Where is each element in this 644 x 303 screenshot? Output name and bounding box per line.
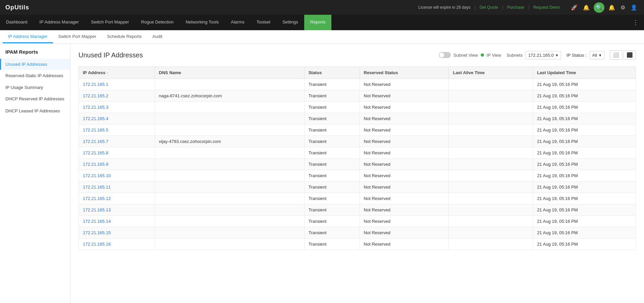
content-header: Unused IP Addresses Subnet View IP View … (78, 50, 636, 60)
cell-last-updated-time: 21 Aug 19, 05:16 PM (533, 204, 636, 216)
rocket-icon[interactable]: 🚀 (570, 3, 579, 12)
table-row[interactable]: 172.21.165.14 Transient Not Reserved 21 … (79, 216, 636, 227)
sidebar-item-dhcp-reserved[interactable]: DHCP Reserved IP Addresses (0, 93, 70, 105)
get-quote-link[interactable]: Get Quote (480, 5, 498, 10)
excel-export-button[interactable]: ⬛ (624, 50, 636, 60)
export-buttons: ⬜ ⬛ (610, 50, 636, 60)
bell-alert-icon[interactable]: 🔔 (582, 3, 591, 12)
cell-ip-address[interactable]: 172.21.165.3 (79, 102, 155, 113)
cell-ip-address[interactable]: 172.21.165.9 (79, 159, 155, 170)
table-row[interactable]: 172.21.165.5 Transient Not Reserved 21 A… (79, 124, 636, 136)
user-icon[interactable]: 👤 (629, 3, 639, 12)
ip-status-group: IP Status : All ▾ (567, 51, 604, 59)
nav-item-toolset[interactable]: Toolset (251, 15, 276, 30)
cell-status: Transient (304, 227, 360, 239)
sidebar-item-reserved-static[interactable]: Reserved-Static IP Addresses (0, 70, 70, 82)
cell-ip-address[interactable]: 172.21.165.12 (79, 193, 155, 204)
col-header-ip-address[interactable]: IP Address (79, 67, 155, 79)
cell-last-alive-time (449, 124, 533, 136)
table-row[interactable]: 172.21.165.8 Transient Not Reserved 21 A… (79, 147, 636, 159)
main-layout: IPAM Reports Unused IP Addresses Reserve… (0, 44, 644, 303)
table-row[interactable]: 172.21.165.10 Transient Not Reserved 21 … (79, 170, 636, 182)
request-demo-link[interactable]: Request Demo (533, 5, 560, 10)
cell-last-alive-time (449, 182, 533, 193)
cell-status: Transient (304, 170, 360, 182)
subnet-value: 172.21.165.0 (528, 53, 554, 58)
cell-last-alive-time (449, 136, 533, 147)
nav-item-reports[interactable]: Reports (304, 15, 332, 30)
notification-icon[interactable]: 🔔 (607, 3, 616, 12)
cell-ip-address[interactable]: 172.21.165.2 (79, 90, 155, 102)
ip-status-label: IP Status : (567, 53, 587, 58)
table-body: 172.21.165.1 Transient Not Reserved 21 A… (79, 79, 636, 250)
cell-ip-address[interactable]: 172.21.165.5 (79, 124, 155, 136)
subnets-group: Subnets 172.21.165.0 ▾ (506, 51, 561, 59)
cell-ip-address[interactable]: 172.21.165.4 (79, 113, 155, 124)
cell-reserved-status: Not Reserved (360, 182, 449, 193)
cell-last-updated-time: 21 Aug 19, 05:16 PM (533, 182, 636, 193)
cell-last-alive-time (449, 216, 533, 227)
sidebar-item-unused-ip[interactable]: Unused IP Addresses (0, 59, 70, 70)
table-row[interactable]: 172.21.165.7 vijay-4793.csez.zohocorpin.… (79, 136, 636, 147)
cell-last-alive-time (449, 159, 533, 170)
sidebar-item-dhcp-leased[interactable]: DHCP Leased IP Addresses (0, 105, 70, 117)
gear-icon[interactable]: ⚙ (619, 3, 627, 12)
sub-nav-switch-port-mapper[interactable]: Switch Port Mapper (53, 30, 102, 43)
nav-item-settings[interactable]: Settings (276, 15, 304, 30)
table-row[interactable]: 172.21.165.1 Transient Not Reserved 21 A… (79, 79, 636, 90)
col-header-last-updated-time: Last Updated Time (533, 67, 636, 79)
table-row[interactable]: 172.21.165.13 Transient Not Reserved 21 … (79, 204, 636, 216)
sub-nav-audit[interactable]: Audit (147, 30, 168, 43)
table-row[interactable]: 172.21.165.3 Transient Not Reserved 21 A… (79, 102, 636, 113)
subnet-dropdown[interactable]: 172.21.165.0 ▾ (525, 51, 561, 59)
nav-more-icon[interactable]: ⋮ (627, 15, 644, 30)
search-icon[interactable]: 🔍 (594, 2, 604, 13)
table-row[interactable]: 172.21.165.2 naga-8741.csez.zohocorpin.c… (79, 90, 636, 102)
nav-item-switch-port-mapper[interactable]: Switch Port Mapper (85, 15, 135, 30)
cell-ip-address[interactable]: 172.21.165.7 (79, 136, 155, 147)
cell-ip-address[interactable]: 172.21.165.15 (79, 227, 155, 239)
cell-dns-name (155, 227, 304, 239)
nav-item-dashboard[interactable]: Dashboard (0, 15, 34, 30)
cell-reserved-status: Not Reserved (360, 204, 449, 216)
sidebar: IPAM Reports Unused IP Addresses Reserve… (0, 44, 70, 303)
table-row[interactable]: 172.21.165.16 Transient Not Reserved 21 … (79, 239, 636, 250)
subnet-view-toggle[interactable] (439, 52, 451, 58)
nav-item-networking-tools[interactable]: Networking Tools (179, 15, 225, 30)
col-header-status: Status (304, 67, 360, 79)
nav-item-rogue-detection[interactable]: Rogue Detection (135, 15, 180, 30)
cell-status: Transient (304, 124, 360, 136)
table-row[interactable]: 172.21.165.11 Transient Not Reserved 21 … (79, 182, 636, 193)
sidebar-item-ip-usage-summary[interactable]: IP Usage Summary (0, 82, 70, 93)
cell-ip-address[interactable]: 172.21.165.11 (79, 182, 155, 193)
nav-item-alarms[interactable]: Alarms (225, 15, 250, 30)
table-row[interactable]: 172.21.165.12 Transient Not Reserved 21 … (79, 193, 636, 204)
cell-ip-address[interactable]: 172.21.165.1 (79, 79, 155, 90)
ip-status-dropdown[interactable]: All ▾ (589, 51, 604, 59)
cell-status: Transient (304, 136, 360, 147)
cell-dns-name (155, 159, 304, 170)
cell-ip-address[interactable]: 172.21.165.10 (79, 170, 155, 182)
cell-last-updated-time: 21 Aug 19, 05:16 PM (533, 170, 636, 182)
cell-last-updated-time: 21 Aug 19, 05:16 PM (533, 227, 636, 239)
table-row[interactable]: 172.21.165.4 Transient Not Reserved 21 A… (79, 113, 636, 124)
cell-status: Transient (304, 147, 360, 159)
table-row[interactable]: 172.21.165.15 Transient Not Reserved 21 … (79, 227, 636, 239)
cell-ip-address[interactable]: 172.21.165.13 (79, 204, 155, 216)
sub-nav-ip-address-manager[interactable]: IP Address Manager (3, 30, 53, 43)
cell-last-updated-time: 21 Aug 19, 05:16 PM (533, 102, 636, 113)
cell-reserved-status: Not Reserved (360, 79, 449, 90)
pdf-export-button[interactable]: ⬜ (610, 50, 622, 60)
cell-ip-address[interactable]: 172.21.165.8 (79, 147, 155, 159)
cell-dns-name (155, 204, 304, 216)
nav-item-ip-address-manager[interactable]: IP Address Manager (34, 15, 85, 30)
sub-nav: IP Address Manager Switch Port Mapper Sc… (0, 30, 644, 44)
cell-ip-address[interactable]: 172.21.165.14 (79, 216, 155, 227)
cell-last-updated-time: 21 Aug 19, 05:16 PM (533, 193, 636, 204)
cell-reserved-status: Not Reserved (360, 124, 449, 136)
sub-nav-schedule-reports[interactable]: Schedule Reports (102, 30, 147, 43)
purchase-link[interactable]: Purchase (507, 5, 524, 10)
cell-last-alive-time (449, 204, 533, 216)
table-row[interactable]: 172.21.165.9 Transient Not Reserved 21 A… (79, 159, 636, 170)
cell-ip-address[interactable]: 172.21.165.16 (79, 239, 155, 250)
